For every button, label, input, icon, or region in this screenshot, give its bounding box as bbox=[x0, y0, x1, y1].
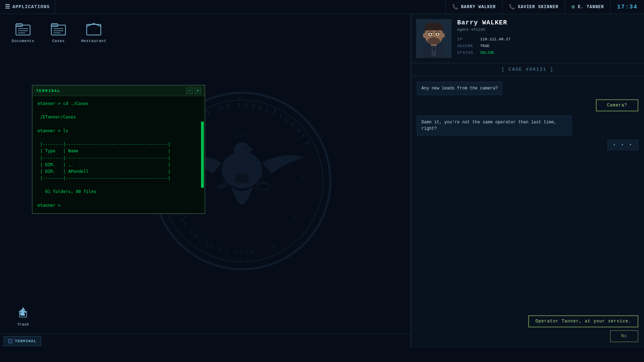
chat-bubble-2: Damn it, you're not the same operator th… bbox=[417, 116, 572, 135]
svg-line-24 bbox=[220, 185, 229, 189]
svg-point-54 bbox=[430, 34, 431, 35]
agent-photo bbox=[416, 19, 452, 58]
dots-bubble: • • • bbox=[608, 140, 638, 150]
camera-btn-label: Camera? bbox=[607, 103, 627, 108]
cases-label: Cases bbox=[52, 39, 65, 43]
svg-text:★: ★ bbox=[297, 136, 300, 142]
secure-value: TRUE bbox=[480, 44, 489, 48]
operator-tanner-button[interactable]: Operator Tanner, at your service. bbox=[528, 315, 638, 327]
chat-msg1-text: Any new leads from the camera? bbox=[421, 86, 498, 91]
svg-rect-51 bbox=[425, 26, 443, 30]
svg-text:★: ★ bbox=[272, 244, 275, 249]
svg-point-55 bbox=[437, 34, 438, 35]
taskbar-dot bbox=[8, 339, 12, 343]
agent-secure-row: SECURE TRUE bbox=[457, 44, 639, 48]
tanner-label: E. TANNER bbox=[578, 5, 604, 10]
status-value: ONLINE bbox=[480, 51, 494, 55]
case-badge: [ CASE #88121 ] bbox=[411, 63, 644, 76]
agent-last-name: WALKER bbox=[482, 19, 507, 26]
ip-value: 118.111.98.27 bbox=[480, 37, 511, 41]
secure-key: SECURE bbox=[457, 44, 477, 48]
phone-icon-1: 📞 bbox=[452, 4, 459, 10]
cases-folder-icon bbox=[50, 21, 67, 36]
restaurant-icon[interactable]: Restaurant bbox=[81, 21, 106, 43]
svg-text:★: ★ bbox=[238, 257, 242, 263]
svg-rect-20 bbox=[235, 168, 248, 174]
svg-point-59 bbox=[441, 33, 445, 38]
right-panel: Barry WALKER Agent #F2105 IP 118.111.98.… bbox=[410, 14, 644, 348]
clock: 17:34 bbox=[610, 0, 644, 14]
terminal-scrollbar[interactable] bbox=[201, 100, 204, 210]
agent-ip-row: IP 118.111.98.27 bbox=[457, 37, 639, 41]
camera-response-area: Camera? bbox=[417, 99, 638, 111]
desktop: ★ ★ ★ ★ ★ ★ ★ ★ ★ ★ ★ ★ DEPARTMENT OF IN… bbox=[0, 14, 410, 348]
svg-text:★ ★ ★: ★ ★ ★ bbox=[235, 133, 249, 138]
chat-bubble-1: Any new leads from the camera? bbox=[417, 82, 502, 95]
taskbar-terminal[interactable]: TERMINAL bbox=[4, 336, 41, 346]
terminal-titlebar[interactable]: TERMINAL – ✕ bbox=[33, 86, 205, 96]
trash-bin-icon bbox=[14, 304, 32, 320]
hamburger-icon: ☰ bbox=[5, 4, 10, 10]
terminal-text: etanner > cd ./Cases /ETanner/Cases etan… bbox=[38, 100, 200, 209]
chat-options: Operator Tanner, at your service. No bbox=[411, 312, 644, 348]
restaurant-folder-icon bbox=[85, 21, 103, 36]
taskbar-terminal-label: TERMINAL bbox=[15, 339, 36, 343]
chat-msg2-text: Damn it, you're not the same operator th… bbox=[421, 120, 557, 131]
topbar-contacts: 📞 BARRY WALKER 📞 XAVIER SKINNER ⚙ E. TAN… bbox=[445, 0, 644, 14]
contact-barry-walker[interactable]: 📞 BARRY WALKER bbox=[445, 0, 502, 14]
trash-icon[interactable]: Trash bbox=[11, 304, 35, 327]
applications-menu[interactable]: ☰ APPLICATIONS bbox=[0, 0, 55, 14]
svg-text:★: ★ bbox=[294, 214, 297, 219]
desktop-icons: Documents Cases Restaurant bbox=[11, 21, 106, 43]
terminal-title: TERMINAL bbox=[36, 89, 185, 93]
dots-text: • • • bbox=[613, 142, 633, 148]
svg-rect-40 bbox=[87, 24, 101, 35]
tanner-icon: ⚙ bbox=[571, 4, 575, 10]
terminal-close-button[interactable]: ✕ bbox=[195, 88, 201, 94]
documents-icon[interactable]: Documents bbox=[11, 21, 35, 43]
agent-id: Agent #F2105 bbox=[457, 28, 639, 32]
chat-area: Any new leads from the camera? Camera? D… bbox=[411, 76, 644, 312]
svg-text:★: ★ bbox=[301, 175, 304, 181]
tanner-status[interactable]: ⚙ E. TANNER bbox=[565, 0, 610, 14]
terminal-window: TERMINAL – ✕ etanner > cd ./Cases /ETann… bbox=[32, 85, 205, 214]
option2-label: No bbox=[621, 334, 627, 339]
svg-point-58 bbox=[423, 33, 426, 38]
topbar: ☰ APPLICATIONS 📞 BARRY WALKER 📞 XAVIER S… bbox=[0, 0, 644, 14]
terminal-scrollbar-thumb[interactable] bbox=[201, 122, 204, 188]
contact1-label: BARRY WALKER bbox=[461, 5, 496, 10]
documents-folder-icon bbox=[14, 21, 32, 36]
terminal-body[interactable]: etanner > cd ./Cases /ETanner/Cases etan… bbox=[33, 96, 205, 213]
taskbar: TERMINAL bbox=[0, 334, 410, 348]
documents-label: Documents bbox=[12, 39, 34, 43]
contact-xavier-skinner[interactable]: 📞 XAVIER SKINNER bbox=[502, 0, 565, 14]
agent-name: Barry WALKER bbox=[457, 19, 639, 26]
contact2-label: XAVIER SKINNER bbox=[518, 5, 558, 10]
chat-message-1: Any new leads from the camera? bbox=[417, 82, 502, 95]
svg-point-21 bbox=[244, 146, 247, 149]
restaurant-label: Restaurant bbox=[81, 39, 107, 43]
status-key: STATUS bbox=[457, 51, 477, 55]
chat-message-2: Damn it, you're not the same operator th… bbox=[417, 116, 572, 135]
agent-info: Barry WALKER Agent #F2105 IP 118.111.98.… bbox=[457, 19, 639, 58]
svg-point-57 bbox=[427, 37, 440, 45]
agent-card: Barry WALKER Agent #F2105 IP 118.111.98.… bbox=[411, 14, 644, 63]
chat-dots: • • • bbox=[608, 140, 638, 150]
time-display: 17:34 bbox=[617, 4, 638, 10]
camera-button[interactable]: Camera? bbox=[596, 99, 638, 111]
option1-label: Operator Tanner, at your service. bbox=[535, 319, 631, 324]
svg-text:★: ★ bbox=[238, 95, 242, 101]
cases-icon[interactable]: Cases bbox=[46, 21, 71, 43]
no-button[interactable]: No bbox=[610, 330, 638, 342]
ip-key: IP bbox=[457, 37, 477, 41]
terminal-minimize-button[interactable]: – bbox=[186, 88, 193, 94]
trash-label: Trash bbox=[17, 322, 29, 327]
agent-status-row: STATUS ONLINE bbox=[457, 51, 639, 55]
applications-label: APPLICATIONS bbox=[12, 4, 50, 10]
phone-icon-2: 📞 bbox=[509, 4, 515, 10]
